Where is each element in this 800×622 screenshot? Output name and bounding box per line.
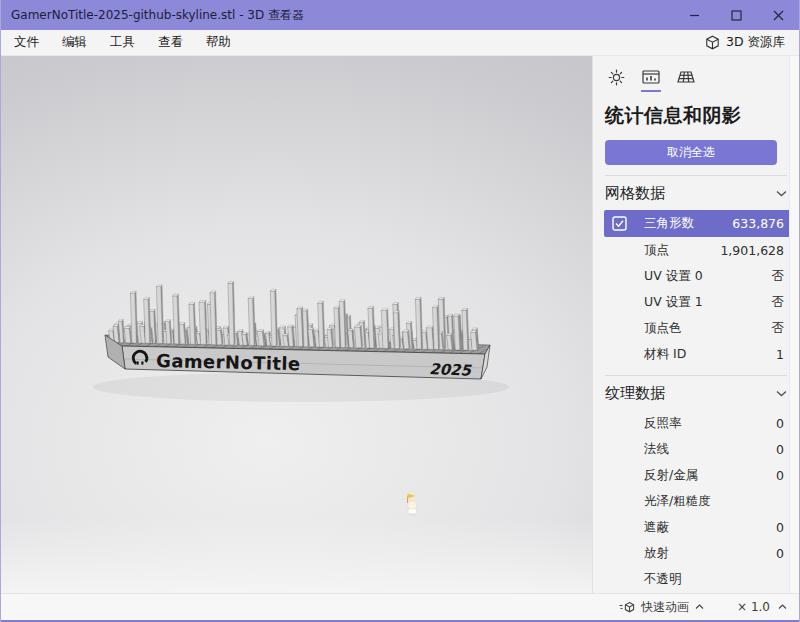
mesh-data-title: 网格数据 [605, 184, 665, 203]
close-button[interactable] [757, 0, 799, 30]
stat-row[interactable]: 反照率 0 [604, 410, 798, 436]
stat-value: 否 [772, 320, 791, 337]
stat-value: 633,876 [732, 216, 790, 231]
quick-animation-label: 快速动画 [641, 599, 689, 616]
stat-label: 不透明 [644, 571, 682, 588]
3d-viewport[interactable]: GamerNoTitle 2025 [1, 56, 592, 593]
stat-value: 0 [776, 416, 790, 431]
model-year-text: 2025 [429, 360, 473, 380]
stat-value: 否 [772, 294, 791, 311]
menubar: 文件 编辑 工具 查看 帮助 3D 资源库 [1, 30, 799, 56]
close-icon [773, 10, 784, 21]
animation-cube-icon [619, 601, 635, 614]
texture-data-title: 纹理数据 [605, 384, 665, 403]
menu-tools[interactable]: 工具 [100, 30, 145, 55]
panel-tabs [593, 56, 799, 90]
tab-environment[interactable] [605, 66, 627, 88]
stat-value: 0 [776, 442, 790, 457]
stat-label: 放射 [644, 545, 669, 562]
menu-edit[interactable]: 编辑 [52, 30, 97, 55]
panel-title: 统计信息和阴影 [605, 103, 787, 129]
maximize-button[interactable] [715, 0, 757, 30]
cube-icon [705, 35, 720, 50]
stat-value: 1 [776, 347, 790, 362]
stat-value: 0 [776, 468, 790, 483]
stat-row[interactable]: 光泽/粗糙度 [604, 488, 798, 514]
checkbox-icon[interactable] [612, 216, 627, 231]
stat-label: UV 设置 0 [644, 268, 703, 285]
3d-library-button[interactable]: 3D 资源库 [697, 30, 799, 55]
tab-grid[interactable] [675, 66, 697, 88]
menu-file[interactable]: 文件 [4, 30, 49, 55]
stat-label: UV 设置 1 [644, 294, 703, 311]
stat-label: 遮蔽 [644, 519, 669, 536]
stat-label: 三角形数 [644, 215, 694, 232]
statusbar: 快速动画 × 1.0 [1, 593, 799, 622]
chevron-down-icon [776, 390, 787, 397]
3d-library-label: 3D 资源库 [726, 34, 785, 51]
texture-data-rows: 反照率 0 法线 0 反射/金属 [604, 410, 798, 592]
skyline-bars [109, 281, 479, 350]
texture-data-header[interactable]: 纹理数据 [605, 378, 787, 408]
stat-label: 顶点 [644, 242, 669, 259]
stat-label: 法线 [644, 441, 669, 458]
minimize-button[interactable] [673, 0, 715, 30]
texture-data-section: 纹理数据 反照率 0 [605, 375, 787, 593]
skyline-model: GamerNoTitle 2025 [1, 56, 592, 593]
mesh-data-header[interactable]: 网格数据 [605, 178, 787, 208]
deselect-all-button[interactable]: 取消全选 [605, 140, 777, 165]
stat-row[interactable]: 放射 0 [604, 540, 798, 566]
stat-row[interactable]: 不透明 [604, 566, 798, 592]
grid-mesh-icon [677, 69, 695, 85]
stat-value: 0 [776, 546, 790, 561]
stat-row[interactable]: 材料 ID 1 [604, 341, 798, 367]
stat-row[interactable]: 顶点 1,901,628 [604, 237, 798, 263]
stat-label: 光泽/粗糙度 [644, 493, 711, 510]
stat-row[interactable]: 法线 0 [604, 436, 798, 462]
stat-label: 反照率 [644, 415, 682, 432]
model-username-text: GamerNoTitle [156, 350, 301, 374]
zoom-control[interactable]: × 1.0 [737, 600, 787, 614]
tab-stats-shading[interactable] [640, 66, 662, 88]
stats-chart-icon [642, 69, 660, 85]
stat-value: 0 [776, 520, 790, 535]
stat-label: 反射/金属 [644, 467, 698, 484]
stat-label: 材料 ID [644, 346, 686, 363]
chevron-up-icon [695, 604, 704, 610]
main-area: GamerNoTitle 2025 [1, 56, 799, 593]
stat-row[interactable]: UV 设置 0 否 [604, 263, 798, 289]
stat-row[interactable]: UV 设置 1 否 [604, 289, 798, 315]
sun-icon [608, 69, 625, 86]
stats-panel: 统计信息和阴影 取消全选 网格数据 三角形数 633,876 [592, 56, 799, 593]
panel-scrollbar[interactable] [789, 56, 799, 593]
mesh-data-section: 网格数据 三角形数 633,876 [605, 175, 787, 367]
zoom-value: × 1.0 [737, 600, 770, 614]
minimize-icon [689, 10, 700, 21]
window-title: GamerNoTitle-2025-github-skyline.stl - 3… [1, 7, 304, 24]
stat-label: 顶点色 [644, 320, 682, 337]
stat-row[interactable]: 遮蔽 0 [604, 514, 798, 540]
chevron-down-icon [776, 190, 787, 197]
stat-row[interactable]: 三角形数 633,876 [604, 210, 798, 237]
mesh-data-rows: 三角形数 633,876 顶点 1,901,628 [604, 210, 798, 367]
menu-view[interactable]: 查看 [148, 30, 193, 55]
stat-row[interactable]: 反射/金属 0 [604, 462, 798, 488]
chibi-cursor-sprite [408, 494, 417, 516]
stat-row[interactable]: 顶点色 否 [604, 315, 798, 341]
app-window: GamerNoTitle-2025-github-skyline.stl - 3… [0, 0, 800, 622]
stat-value: 1,901,628 [720, 243, 790, 258]
menu-help[interactable]: 帮助 [196, 30, 241, 55]
maximize-icon [731, 10, 742, 21]
quick-animation-control[interactable]: 快速动画 [619, 599, 704, 616]
window-controls [673, 0, 799, 30]
chevron-up-icon [778, 604, 787, 610]
stat-value: 否 [772, 268, 791, 285]
titlebar: GamerNoTitle-2025-github-skyline.stl - 3… [1, 0, 799, 30]
